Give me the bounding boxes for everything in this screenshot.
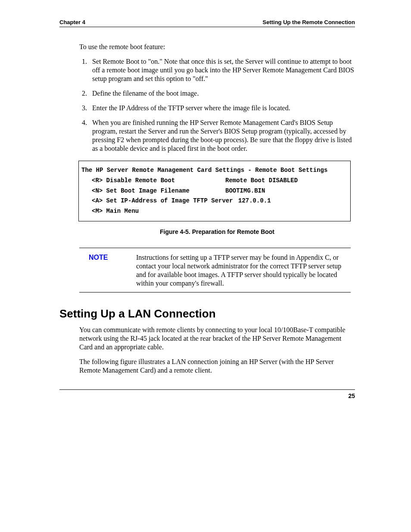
bios-option: <R> Disable Remote Boot xyxy=(92,176,225,186)
section-content: You can communicate with remote clients … xyxy=(59,326,355,375)
step-item: Define the filename of the boot image. xyxy=(89,89,355,98)
figure-caption: Figure 4-5. Preparation for Remote Boot xyxy=(79,228,355,236)
note-block: NOTE Instructions for setting up a TFTP … xyxy=(79,248,351,292)
bios-value: BOOTIMG.BIN xyxy=(225,186,265,196)
page-header: Chapter 4 Setting Up the Remote Connecti… xyxy=(59,19,355,27)
bios-row: <N> Set Boot Image Filename BOOTIMG.BIN xyxy=(81,186,348,196)
page-footer: 25 xyxy=(59,389,355,399)
intro-text: To use the remote boot feature: xyxy=(79,43,355,51)
step-item: Set Remote Boot to "on." Note that once … xyxy=(89,57,355,83)
steps-list: Set Remote Boot to "on." Note that once … xyxy=(79,57,355,153)
bios-row: <R> Disable Remote Boot Remote Boot DISA… xyxy=(81,176,348,186)
note-text: Instructions for setting up a TFTP serve… xyxy=(136,253,347,288)
bios-settings-box: The HP Server Remote Management Card Set… xyxy=(78,161,351,221)
header-chapter: Chapter 4 xyxy=(59,19,85,25)
header-topic: Setting Up the Remote Connection xyxy=(263,19,355,25)
bios-title: The HP Server Remote Management Card Set… xyxy=(81,165,348,176)
bios-option: <M> Main Menu xyxy=(92,206,225,217)
body-paragraph: You can communicate with remote clients … xyxy=(79,326,355,352)
body-paragraph: The following figure illustrates a LAN c… xyxy=(79,358,355,375)
page-number: 25 xyxy=(348,392,355,399)
note-label: NOTE xyxy=(89,253,136,288)
step-item: Enter the IP Address of the TFTP server … xyxy=(89,104,355,112)
bios-value: 127.0.0.1 xyxy=(238,196,271,206)
page: Chapter 4 Setting Up the Remote Connecti… xyxy=(0,0,411,532)
step-item: When you are finished running the HP Ser… xyxy=(89,118,355,153)
section-heading: Setting Up a LAN Connection xyxy=(59,307,355,320)
page-content: To use the remote boot feature: Set Remo… xyxy=(59,43,355,292)
bios-option: <N> Set Boot Image Filename xyxy=(92,186,225,196)
bios-value: Remote Boot DISABLED xyxy=(225,176,298,186)
bios-option: <A> Set IP-Address of Image TFTP Server xyxy=(92,196,238,206)
bios-row: <A> Set IP-Address of Image TFTP Server … xyxy=(81,196,348,206)
bios-row: <M> Main Menu xyxy=(81,206,348,217)
